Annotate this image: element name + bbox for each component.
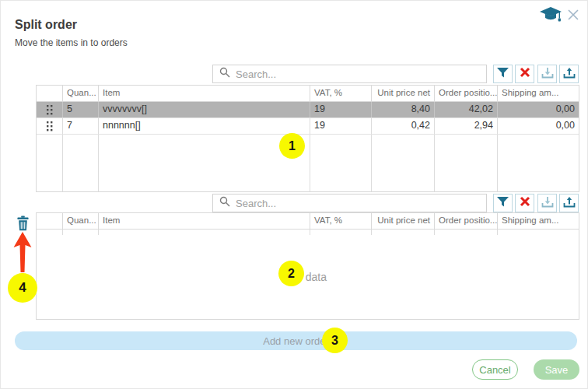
cancel-button[interactable]: Cancel (472, 359, 518, 380)
search-box-target (212, 194, 487, 212)
close-button[interactable] (566, 8, 580, 25)
column-header-vat: VAT, % (310, 86, 372, 101)
add-new-order-button[interactable]: Add new order (15, 331, 577, 350)
column-header-shipping: Shipping am... (498, 213, 579, 229)
cell-item: vvvvvvvv[] (99, 102, 310, 117)
save-button[interactable]: Save (534, 359, 579, 380)
tray-arrow-up-icon (563, 196, 576, 211)
cell-unit-price: 8,40 (372, 102, 435, 117)
empty-table-area: No data (37, 235, 579, 319)
column-header-quantity: Quan... (63, 213, 99, 229)
column-header-unit-price: Unit price net (372, 213, 435, 229)
annotation-badge-4: 4 (8, 273, 37, 303)
tray-arrow-down-icon (541, 67, 554, 82)
export-button-target[interactable] (559, 194, 579, 212)
filter-icon (497, 67, 509, 81)
column-header-shipping: Shipping am... (498, 86, 579, 101)
target-order-table: Quan... Item VAT, % Unit price net Order… (36, 212, 579, 320)
cell-shipping: 0,00 (498, 118, 579, 134)
search-icon (219, 196, 230, 210)
filter-icon (497, 196, 509, 210)
table-header-row: Quan... Item VAT, % Unit price net Order… (37, 213, 579, 230)
page-subtitle: Move the items in to orders (15, 37, 128, 48)
drag-handle-icon[interactable] (37, 118, 63, 134)
column-header-vat: VAT, % (310, 213, 372, 229)
graduation-cap-icon (539, 13, 562, 26)
annotation-arrow-icon (12, 231, 33, 278)
drag-handle-icon[interactable] (37, 102, 63, 117)
filter-button-target[interactable] (493, 194, 513, 212)
column-header-order-position: Order positio... (435, 213, 498, 229)
cell-item: nnnnnn[] (99, 118, 310, 134)
clear-filter-icon (520, 67, 530, 81)
cell-vat: 19 (310, 118, 372, 134)
column-header-quantity: Quan... (63, 86, 99, 101)
table-empty-fill (37, 135, 579, 191)
column-header-item: Item (99, 86, 310, 101)
import-button-target[interactable] (537, 194, 557, 212)
clear-filter-icon (520, 196, 530, 210)
cell-unit-price: 0,42 (372, 118, 435, 134)
cell-shipping: 0,00 (498, 102, 579, 117)
annotation-badge-3: 3 (322, 328, 348, 353)
search-box-source (212, 65, 487, 83)
tray-arrow-up-icon (563, 67, 576, 82)
search-icon (219, 67, 230, 81)
close-icon (566, 11, 580, 24)
column-header-drag (37, 213, 63, 229)
column-header-drag (37, 86, 63, 101)
import-button-source[interactable] (537, 65, 557, 83)
page-title: Split order (15, 18, 77, 32)
table-column-stubs (37, 230, 579, 235)
annotation-badge-2: 2 (278, 261, 304, 286)
help-button[interactable] (539, 7, 562, 27)
add-new-order-label: Add new order (263, 335, 329, 347)
clear-filter-button-target[interactable] (515, 194, 534, 212)
export-button-source[interactable] (559, 65, 579, 83)
source-order-table: Quan... Item VAT, % Unit price net Order… (36, 85, 579, 192)
clear-filter-button-source[interactable] (515, 65, 534, 83)
table-row[interactable]: 7 nnnnnn[] 19 0,42 2,94 0,00 (37, 118, 579, 135)
cell-order-position: 2,94 (435, 118, 498, 134)
search-input-source[interactable] (236, 68, 486, 80)
cell-quantity: 5 (63, 102, 99, 117)
search-input-target[interactable] (236, 198, 486, 209)
cell-order-position: 42,02 (435, 102, 498, 117)
cell-vat: 19 (310, 102, 372, 117)
table-header-row: Quan... Item VAT, % Unit price net Order… (37, 86, 579, 102)
annotation-badge-1: 1 (279, 133, 305, 159)
column-header-order-position: Order positio... (435, 86, 498, 101)
split-order-dialog: Split order Move the items in to orders (0, 0, 588, 389)
cell-quantity: 7 (63, 118, 99, 134)
filter-button-source[interactable] (493, 65, 513, 83)
column-header-item: Item (99, 213, 310, 229)
tray-arrow-down-icon (541, 196, 554, 211)
table-row[interactable]: 5 vvvvvvvv[] 19 8,40 42,02 0,00 (37, 102, 579, 118)
column-header-unit-price: Unit price net (372, 86, 435, 101)
